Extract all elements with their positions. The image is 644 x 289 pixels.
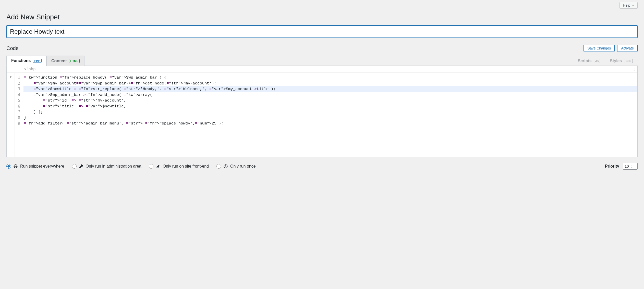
code-line[interactable]: ="var">$newtitle = ="fn">str_replace( ="… [23, 86, 637, 92]
run-scope-options: Run snippet everywhere Only run in admin… [6, 164, 256, 169]
code-line[interactable]: ="str">'id' => ="str">'my-account', [23, 98, 637, 104]
priority-label: Priority [605, 164, 619, 169]
radio-icon [216, 164, 221, 169]
help-icon[interactable]: ? [634, 68, 635, 72]
page-title: Add New Snippet [6, 13, 638, 21]
stepper-icon[interactable]: ▲▼ [631, 165, 633, 168]
tab-label: Functions [11, 58, 31, 63]
priority-value: 10 [625, 164, 629, 168]
code-lines[interactable]: ="kw">function ="fn">replace_howdy( ="va… [22, 73, 637, 157]
fold-marker-icon[interactable]: ▼ [10, 75, 11, 79]
run-once-option[interactable]: Only run once [216, 164, 256, 169]
wrench-icon [79, 164, 83, 169]
run-frontend-option[interactable]: Only run on site front-end [149, 164, 209, 169]
radio-icon [149, 164, 153, 169]
globe-icon [13, 164, 18, 169]
activate-button[interactable]: Activate [617, 45, 638, 52]
code-line[interactable]: ="kw">function ="fn">replace_howdy( ="va… [23, 75, 637, 81]
css-badge: CSS [624, 59, 633, 63]
tab-label: Scripts [578, 59, 592, 63]
tab-label: Content [51, 59, 67, 63]
clock-icon [223, 164, 228, 169]
js-badge: JS [594, 59, 600, 63]
code-line[interactable]: ="var">$my_account=="var">$wp_admin_bar-… [23, 81, 637, 86]
code-line[interactable]: ) ); [23, 109, 637, 115]
radio-icon [6, 164, 11, 169]
tab-scripts[interactable]: Scripts JS [573, 56, 605, 66]
line-number-gutter: 123456789 [15, 73, 22, 157]
php-open-tag: <?php [7, 66, 637, 73]
help-label: Help [623, 3, 630, 7]
snippet-title-input[interactable] [6, 25, 638, 38]
option-label: Only run in administration area [86, 164, 141, 169]
priority-input[interactable]: 10 ▲▼ [623, 163, 638, 170]
code-line[interactable]: ="str">'title' => ="var">$newtitle, [23, 104, 637, 109]
code-line[interactable]: ="var">$wp_admin_bar->="fn">add_node( ="… [23, 92, 637, 98]
fold-gutter[interactable]: ▼ [7, 73, 15, 157]
tab-content[interactable]: Content HTML [46, 56, 84, 66]
option-label: Run snippet everywhere [20, 164, 64, 169]
option-label: Only run on site front-end [163, 164, 209, 169]
run-everywhere-option[interactable]: Run snippet everywhere [6, 164, 64, 169]
php-badge: PHP [33, 59, 42, 63]
run-admin-option[interactable]: Only run in administration area [72, 164, 141, 169]
help-button[interactable]: Help ▼ [619, 2, 638, 9]
code-line[interactable]: } [23, 115, 637, 121]
option-label: Only run once [230, 164, 256, 169]
code-line[interactable]: ="fn">add_filter( ="str">'admin_bar_menu… [23, 121, 637, 127]
pin-icon [156, 164, 160, 169]
code-section-label: Code [6, 45, 19, 51]
save-changes-button[interactable]: Save Changes [584, 45, 615, 52]
tab-functions[interactable]: Functions PHP [6, 56, 46, 66]
tab-label: Styles [610, 59, 622, 63]
tab-styles[interactable]: Styles CSS [605, 56, 638, 66]
chevron-down-icon: ▼ [632, 4, 634, 7]
html-badge: HTML [69, 59, 80, 63]
code-editor[interactable]: <?php ? ▼ 123456789 ="kw">function ="fn"… [6, 66, 638, 157]
radio-icon [72, 164, 77, 169]
